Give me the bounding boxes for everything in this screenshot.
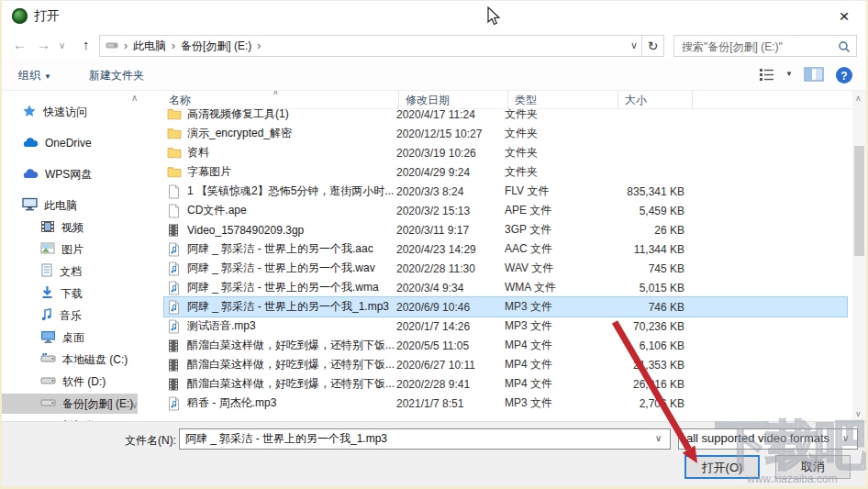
file-icon xyxy=(167,184,182,199)
scroll-down-icon[interactable]: ∨ xyxy=(855,409,862,418)
sidebar-item[interactable]: 桌面 xyxy=(2,328,84,348)
file-name: 演示_encrypted_解密 xyxy=(187,126,396,141)
sidebar-item[interactable]: 备份[勿删] (E:) xyxy=(2,394,138,414)
breadcrumb-drive-e[interactable]: 备份[勿删] (E:) xyxy=(181,39,251,54)
sidebar-item[interactable]: 本地磁盘 (C:) xyxy=(2,350,128,370)
file-type: MP4 文件 xyxy=(505,338,615,353)
file-row[interactable]: 高清视频修复工具(1)2020/4/17 11:24文件夹 xyxy=(164,109,847,124)
sidebar-item[interactable]: 文档 xyxy=(2,261,82,282)
address-bar[interactable]: › 此电脑 › 备份[勿删] (E:) › ∨ xyxy=(99,35,642,57)
sidebar-item[interactable]: 下载 xyxy=(2,283,83,304)
sidebar-item-label: 下载 xyxy=(61,286,83,302)
column-header-size[interactable]: 大小 xyxy=(618,93,693,108)
file-list: 名称 修改日期 类型 大小 ∧ 高清视频修复工具(1)2020/4/17 11:… xyxy=(162,91,856,421)
history-chevron-icon[interactable]: ∨ xyxy=(59,40,65,50)
audio-file-icon xyxy=(167,242,182,257)
file-row[interactable]: 阿肆 _ 郭采洁 - 世界上的另一个我.aac2020/4/23 14:29AA… xyxy=(164,239,847,259)
sidebar-item[interactable]: 此电脑 xyxy=(2,195,77,216)
address-dropdown-icon[interactable]: ∨ xyxy=(630,39,638,51)
sidebar-item[interactable]: OneDrive xyxy=(2,133,92,153)
file-type-filter-select[interactable]: all supported video formats xyxy=(678,428,858,450)
list-header: 名称 修改日期 类型 大小 ∧ xyxy=(162,91,856,109)
view-options-icon[interactable] xyxy=(758,66,776,86)
sidebar-item-label: 文档 xyxy=(60,264,82,280)
filename-dropdown-icon[interactable]: ∨ xyxy=(655,433,662,443)
file-row[interactable]: 稻香 - 周杰伦.mp32021/1/7 8:51MP3 文件2,706 KB xyxy=(164,394,847,413)
file-date: 2020/3/3 8:24 xyxy=(396,185,505,198)
filename-input[interactable]: 阿肆 _ 郭采洁 - 世界上的另一个我_1.mp3 xyxy=(179,428,671,450)
app-icon xyxy=(12,8,28,24)
search-icon[interactable] xyxy=(838,40,851,57)
back-icon[interactable]: ← xyxy=(13,37,27,52)
refresh-icon[interactable]: ↻ xyxy=(642,35,664,57)
file-row[interactable]: 测试语音.mp32020/1/7 14:26MP3 文件70,236 KB xyxy=(164,317,847,336)
file-type: 3GP 文件 xyxy=(505,222,615,238)
pictures-icon xyxy=(40,242,55,257)
scrollbar-thumb[interactable] xyxy=(854,146,864,256)
file-row[interactable]: 1 【笑镇惊魂2】恐怖5分钟，逛街两小时...2020/3/3 8:24FLV … xyxy=(164,182,847,201)
sidebar-item-label: 本地磁盘 (C:) xyxy=(62,352,128,368)
wps-cloud-icon xyxy=(22,167,39,183)
file-name: 阿肆 _ 郭采洁 - 世界上的另一个我.wma xyxy=(187,280,396,295)
scroll-up-icon[interactable]: ∧ xyxy=(855,94,862,103)
file-row[interactable]: 阿肆 _ 郭采洁 - 世界上的另一个我_1.mp32020/6/9 10:46M… xyxy=(164,297,847,317)
new-folder-button[interactable]: 新建文件夹 xyxy=(89,68,144,83)
file-row[interactable]: 阿肆 _ 郭采洁 - 世界上的另一个我.wma2020/3/4 9:34WMA … xyxy=(164,278,847,297)
file-row[interactable]: 演示_encrypted_解密2020/12/15 10:27文件夹 xyxy=(164,124,847,143)
file-type: AAC 文件 xyxy=(505,241,615,257)
this-pc-icon xyxy=(22,197,38,214)
view-options-caret-icon[interactable]: ▼ xyxy=(785,70,793,78)
file-type: MP3 文件 xyxy=(505,299,615,315)
file-type: 文件夹 xyxy=(505,145,615,161)
column-header-type[interactable]: 类型 xyxy=(508,93,618,108)
file-row[interactable]: 醋溜白菜这样做，好吃到爆，还特别下饭...2020/6/27 10:11MP4 … xyxy=(164,355,847,374)
breadcrumb-this-pc[interactable]: 此电脑 xyxy=(133,39,166,54)
file-type: WMA 文件 xyxy=(505,280,615,295)
file-row[interactable]: 醋溜白菜这样做，好吃到爆，还特别下饭...2020/2/28 9:41MP4 文… xyxy=(164,374,847,394)
sidebar-item-label: 视频 xyxy=(61,220,83,236)
sidebar-item[interactable]: 音乐 xyxy=(2,306,82,326)
file-name: 测试语音.mp3 xyxy=(187,318,396,334)
help-icon[interactable]: ? xyxy=(835,66,853,88)
column-header-date[interactable]: 修改日期 xyxy=(399,93,508,108)
sidebar-item[interactable]: 软件 (D:) xyxy=(2,372,106,392)
breadcrumb-separator: › xyxy=(118,39,133,52)
file-size: 70,236 KB xyxy=(615,320,684,333)
sidebar-item[interactable]: 图片 xyxy=(2,239,83,260)
file-size: 5,459 KB xyxy=(615,205,684,217)
title-bar: 打开 × xyxy=(2,1,866,32)
cancel-button[interactable]: 取消 xyxy=(775,455,851,479)
search-box[interactable]: 搜索"备份[勿删] (E:)" xyxy=(673,35,857,57)
navigation-bar: ← → ∨ ↑ › 此电脑 › 备份[勿删] (E:) › ∨ ↻ 搜索"备份[… xyxy=(2,34,866,59)
list-scrollbar[interactable]: ∧ ∨ xyxy=(852,91,866,421)
up-icon[interactable]: ↑ xyxy=(83,37,90,52)
file-row[interactable]: Video_1578490209.3gp2020/3/11 9:173GP 文件… xyxy=(164,220,847,239)
filter-dropdown-icon[interactable]: ∨ xyxy=(842,433,849,443)
sidebar-item[interactable]: 快速访问 xyxy=(2,102,87,122)
sidebar-item[interactable]: WPS网盘 xyxy=(2,164,92,184)
file-size: 2,706 KB xyxy=(615,397,684,410)
chevron-down-icon: ▼ xyxy=(44,72,51,81)
organize-button[interactable]: 组织▼ xyxy=(18,68,51,83)
sidebar-item[interactable]: 视频 xyxy=(2,217,83,238)
column-header-name[interactable]: 名称 xyxy=(162,93,399,108)
file-row[interactable]: CD文件.ape2020/3/2 15:13APE 文件5,459 KB xyxy=(164,201,847,220)
file-row[interactable]: 醋溜白菜这样做，好吃到爆，还特别下饭...2020/5/5 11:05MP4 文… xyxy=(164,336,847,355)
forward-icon[interactable]: → xyxy=(37,37,50,52)
sidebar-scroll-up-icon[interactable]: ∧ xyxy=(131,93,138,103)
file-date: 2020/4/29 9:24 xyxy=(396,166,505,179)
preview-pane-icon[interactable] xyxy=(804,66,824,86)
open-button[interactable]: 打开(O) xyxy=(684,455,760,479)
file-row[interactable]: 资料2020/3/19 10:26文件夹 xyxy=(164,143,847,162)
file-rows: 高清视频修复工具(1)2020/4/17 11:24文件夹演示_encrypte… xyxy=(162,109,856,421)
close-icon[interactable]: × xyxy=(833,6,855,28)
filename-label: 文件名(N): xyxy=(125,433,176,449)
sidebar-scroll-down-icon[interactable]: ∨ xyxy=(131,400,138,410)
folder-icon xyxy=(167,109,182,122)
sidebar-item-label: 软件 (D:) xyxy=(62,374,106,390)
file-row[interactable]: 字幕图片2020/4/29 9:24文件夹 xyxy=(164,162,847,182)
file-date: 2021/1/7 8:51 xyxy=(396,397,505,410)
file-type: 文件夹 xyxy=(505,109,615,122)
file-row[interactable]: 阿肆 _ 郭采洁 - 世界上的另一个我.wav2020/2/28 11:30WA… xyxy=(164,259,847,278)
file-date: 2020/3/19 10:26 xyxy=(396,147,505,160)
